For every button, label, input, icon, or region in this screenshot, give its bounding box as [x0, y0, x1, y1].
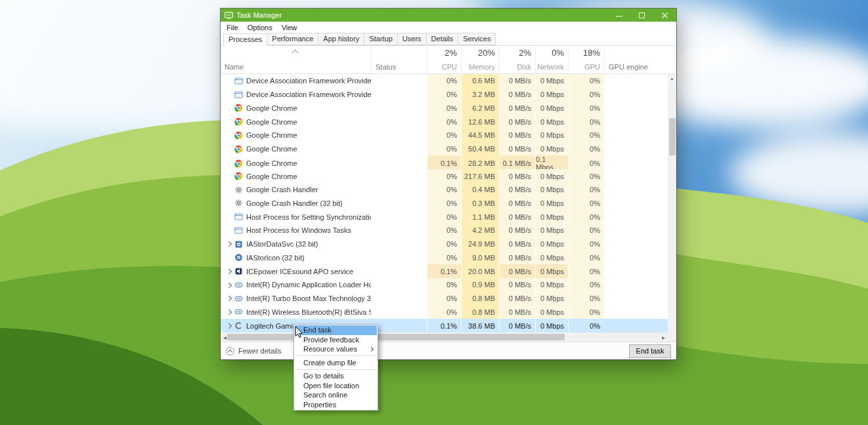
table-row[interactable]: Google Chrome0%44.5 MB0 MB/s0 Mbps0%	[221, 129, 668, 142]
memory-cell: 1.1 MB	[461, 210, 499, 224]
context-menu-item-open-file-location[interactable]: Open file location	[295, 381, 377, 391]
logitech-icon	[234, 321, 243, 331]
menu-options[interactable]: Options	[243, 24, 277, 31]
tab-performance[interactable]: Performance	[267, 33, 318, 45]
expand-chevron-icon[interactable]	[225, 292, 234, 306]
fewer-details-toggle[interactable]: Fewer details	[226, 347, 281, 355]
tab-startup[interactable]: Startup	[364, 33, 397, 45]
expand-chevron-icon[interactable]	[225, 305, 234, 319]
tab-processes[interactable]: Processes	[223, 33, 267, 46]
intel-icon	[234, 294, 243, 303]
column-header-network[interactable]: 0% Network	[535, 46, 568, 73]
scroll-right-icon[interactable]: ▶	[659, 333, 668, 342]
cpu-cell: 0%	[427, 101, 461, 115]
context-menu-item-go-to-details[interactable]: Go to details	[295, 371, 377, 381]
context-menu-item-properties[interactable]: Properties	[295, 400, 377, 410]
horizontal-scrollbar[interactable]: ◀ ▶	[221, 333, 668, 342]
horizontal-scrollbar-thumb[interactable]	[227, 334, 565, 340]
iastor-icon	[234, 239, 243, 249]
column-header-memory[interactable]: 20% Memory	[461, 46, 499, 73]
table-row[interactable]: Google Chrome0%12.6 MB0 MB/s0 Mbps0%	[221, 115, 668, 129]
network-cell: 0 Mbps	[535, 210, 568, 224]
process-name: Device Association Framework Provider Ho…	[246, 91, 371, 98]
table-row[interactable]: Google Crash Handler (32 bit)0%0.3 MB0 M…	[221, 197, 668, 211]
table-row[interactable]: Google Chrome0%217.6 MB0 MB/s0 Mbps0%	[221, 169, 668, 183]
table-row[interactable]: Intel(R) Dynamic Application Loader Host…	[221, 278, 668, 292]
context-menu-item-create-dump-file[interactable]: Create dump file	[295, 358, 377, 368]
name-cell: Intel(R) Dynamic Application Loader Host…	[221, 278, 371, 292]
gpu-engine-cell	[604, 183, 668, 197]
table-row[interactable]: IAStorIcon (32 bit)0%9.0 MB0 MB/s0 Mbps0…	[221, 251, 668, 265]
column-header-name[interactable]: Name	[221, 46, 371, 73]
disk-cell: 0 MB/s	[499, 74, 535, 88]
memory-cell: 0.8 MB	[461, 305, 499, 319]
footer-bar: Fewer details End task	[221, 342, 676, 359]
column-header-gpu[interactable]: 18% GPU	[568, 46, 604, 73]
context-menu-item-end-task[interactable]: End task	[295, 325, 377, 335]
gear-icon	[234, 199, 243, 208]
cpu-cell: 0.1%	[427, 319, 461, 333]
expand-chevron-icon[interactable]	[225, 319, 234, 333]
context-menu-item-resource-values[interactable]: Resource values	[295, 344, 377, 354]
end-task-button[interactable]: End task	[629, 344, 671, 358]
menu-separator	[296, 355, 376, 356]
table-row[interactable]: Device Association Framework Provider Ho…	[221, 88, 668, 102]
table-row[interactable]: Google Chrome0%6.2 MB0 MB/s0 Mbps0%	[221, 101, 668, 115]
menu-view[interactable]: View	[277, 24, 302, 31]
status-cell	[371, 319, 427, 333]
scrollbar-corner	[668, 333, 676, 342]
minimize-button[interactable]	[607, 9, 630, 22]
expand-chevron-icon[interactable]	[225, 278, 234, 292]
column-header-cpu[interactable]: 2% CPU	[427, 46, 461, 73]
menu-file[interactable]: File	[222, 24, 243, 31]
disk-cell: 0 MB/s	[499, 101, 535, 115]
column-header-disk[interactable]: 2% Disk	[499, 46, 535, 73]
window-title: Task Manager	[236, 11, 282, 19]
gpu-cell: 0%	[568, 183, 604, 197]
tab-details[interactable]: Details	[426, 33, 459, 45]
network-cell: 0 Mbps	[535, 115, 568, 129]
vertical-scrollbar[interactable]: ▲ ▼	[668, 74, 676, 342]
table-row[interactable]: IAStorDataSvc (32 bit)0%24.9 MB0 MB/s0 M…	[221, 237, 668, 251]
name-cell: Intel(R) Wireless Bluetooth(R) iBtSiva S…	[221, 305, 371, 319]
status-cell	[371, 88, 427, 102]
tab-services[interactable]: Services	[458, 33, 496, 45]
menu-item-label: Search online	[303, 391, 347, 399]
table-row[interactable]: Host Process for Setting Synchronization…	[221, 210, 668, 224]
table-row[interactable]: Device Association Framework Provider Ho…	[221, 74, 668, 88]
memory-cell: 50.4 MB	[461, 142, 499, 156]
close-button[interactable]	[653, 9, 676, 22]
titlebar[interactable]: Task Manager	[221, 9, 676, 22]
memory-cell: 38.6 MB	[461, 319, 499, 333]
status-cell	[371, 115, 427, 129]
task-manager-icon	[225, 11, 233, 20]
tab-users[interactable]: Users	[397, 33, 427, 45]
cpu-cell: 0%	[427, 210, 461, 224]
table-row[interactable]: Host Process for Windows Tasks0%4.2 MB0 …	[221, 224, 668, 237]
memory-cell: 24.9 MB	[461, 237, 499, 251]
context-menu-item-search-online[interactable]: Search online	[295, 390, 377, 400]
table-row[interactable]: Intel(R) Wireless Bluetooth(R) iBtSiva S…	[221, 305, 668, 319]
expand-chevron-icon[interactable]	[225, 264, 234, 278]
name-cell: Google Chrome	[221, 129, 371, 142]
column-header-gpu-engine[interactable]: GPU engine	[604, 46, 668, 73]
disk-cell: 0 MB/s	[499, 305, 535, 319]
table-row[interactable]: Logitech Gaming0.1%38.6 MB0 MB/s0 Mbps0%	[221, 319, 668, 333]
table-row[interactable]: Google Chrome0.1%28.2 MB0.1 MB/s0.1 Mbps…	[221, 155, 668, 169]
tab-app-history[interactable]: App history	[318, 33, 364, 45]
table-row[interactable]: ICEpower ICEsound APO service0.1%20.0 MB…	[221, 264, 668, 278]
expand-chevron-icon[interactable]	[225, 237, 234, 251]
vertical-scrollbar-thumb[interactable]	[669, 118, 676, 155]
gpu-cell: 0%	[568, 169, 604, 183]
process-name: Google Chrome	[246, 131, 297, 139]
table-row[interactable]: Intel(R) Turbo Boost Max Technology 3.0 …	[221, 292, 668, 306]
table-row[interactable]: Google Chrome0%50.4 MB0 MB/s0 Mbps0%	[221, 142, 668, 156]
process-table-body: Device Association Framework Provider Ho…	[221, 74, 668, 333]
table-row[interactable]: Google Crash Handler0%0.4 MB0 MB/s0 Mbps…	[221, 183, 668, 197]
network-cell: 0 Mbps	[535, 142, 568, 156]
maximize-button[interactable]	[630, 9, 653, 22]
scroll-up-icon[interactable]: ▲	[668, 74, 676, 83]
expander-spacer	[225, 115, 234, 129]
context-menu-item-provide-feedback[interactable]: Provide feedback	[295, 335, 377, 345]
column-header-status[interactable]: Status	[371, 46, 427, 73]
